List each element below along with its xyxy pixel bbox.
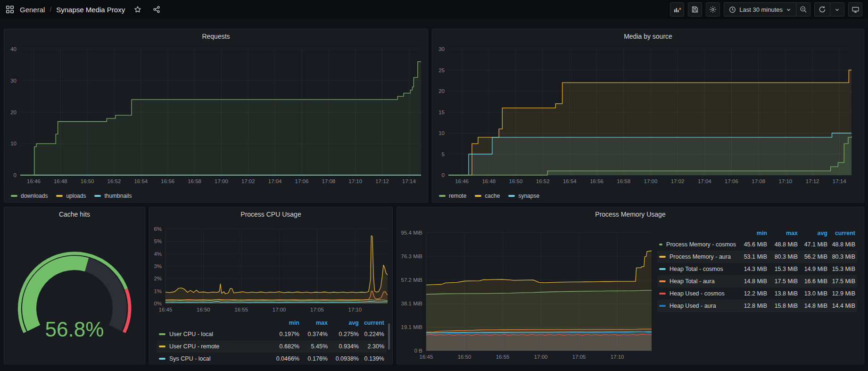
legend-row: Sys CPU - local0.0466%0.176%0.0938%0.139…	[157, 353, 386, 365]
stat-min: 45.6 MiB	[736, 241, 769, 248]
legend-table-header: minmaxavgcurrent	[657, 228, 857, 238]
stat-max: 15.3 MiB	[769, 266, 800, 272]
series-label: User CPU - local	[169, 331, 213, 337]
y-tick-label: 20	[10, 110, 17, 115]
legend-row: Process Memory - cosmos45.6 MiB48.8 MiB4…	[657, 238, 857, 251]
requests-chart[interactable]: 01020304016:4616:4816:5016:5216:5416:561…	[4, 43, 428, 188]
stat-current: 80.3 MiB	[829, 253, 857, 260]
series-toggle-Heap Total - aura[interactable]: Heap Total - aura	[657, 278, 736, 285]
dashboard-title[interactable]: Synapse Media Proxy	[56, 6, 125, 14]
x-tick-label: 16:48	[482, 178, 496, 184]
legend-sort-header-min[interactable]: min	[736, 230, 769, 236]
x-tick-label: 17:04	[698, 178, 711, 184]
y-tick-label: 5%	[154, 238, 162, 244]
media-by-source-chart[interactable]: 05101520253016:4616:4816:5016:5216:5416:…	[432, 43, 864, 188]
y-tick-label: 2%	[154, 276, 162, 281]
settings-button[interactable]	[706, 2, 720, 17]
series-toggle-User CPU - local[interactable]: User CPU - local	[157, 331, 268, 337]
save-dashboard-button[interactable]	[688, 2, 702, 17]
stat-max: 0.374%	[301, 331, 330, 337]
legend-item-thumbnails[interactable]: thumbnails	[94, 193, 132, 199]
chevron-down-icon	[835, 7, 840, 12]
legend-sort-header-current[interactable]: current	[829, 230, 857, 236]
x-tick-label: 17:04	[268, 178, 282, 184]
series-toggle-Heap Used - cosmos[interactable]: Heap Used - cosmos	[657, 290, 736, 297]
legend-item-cache[interactable]: cache	[475, 193, 500, 199]
y-tick-label: 76.3 MiB	[401, 253, 423, 259]
series-label: synapse	[518, 193, 539, 199]
media-legend: remotecachesynapse	[439, 193, 539, 199]
apps-grid-icon[interactable]	[6, 5, 14, 14]
zoom-out-time-button[interactable]	[796, 2, 810, 17]
stat-max: 80.3 MiB	[769, 253, 800, 260]
x-tick-label: 17:10	[348, 178, 362, 184]
legend-item-uploads[interactable]: uploads	[56, 193, 86, 199]
legend-item-remote[interactable]: remote	[439, 193, 466, 199]
x-tick-label: 16:54	[563, 178, 577, 184]
series-swatch	[659, 256, 666, 258]
stat-min: 14.8 MiB	[736, 278, 769, 285]
x-tick-label: 17:10	[778, 178, 792, 184]
series-toggle-Heap Total - cosmos[interactable]: Heap Total - cosmos	[657, 266, 736, 272]
series-toggle-Heap Used - aura[interactable]: Heap Used - aura	[657, 303, 736, 309]
legend-sort-header-current[interactable]: current	[361, 320, 386, 326]
panel-title[interactable]: Process CPU Usage	[149, 207, 392, 221]
series-label: remote	[449, 193, 466, 199]
series-toggle-Sys CPU - local[interactable]: Sys CPU - local	[157, 355, 268, 362]
navbar-actions: Last 30 minutes	[670, 2, 862, 17]
legend-sort-header-avg[interactable]: avg	[800, 230, 829, 236]
chevron-down-icon	[786, 7, 791, 12]
panel-process-memory: Process Memory Usage 0 B19.1 MiB38.1 MiB…	[397, 207, 864, 364]
legend-scrollbar[interactable]	[388, 323, 390, 350]
stat-avg: 13.0 MiB	[800, 290, 829, 297]
x-tick-label: 17:00	[534, 354, 548, 360]
x-tick-label: 16:46	[455, 178, 469, 184]
stat-max: 15.8 MiB	[769, 303, 800, 309]
x-tick-label: 17:12	[375, 178, 389, 184]
series-toggle-Process Memory - aura[interactable]: Process Memory - aura	[657, 253, 736, 260]
stat-max: 0.176%	[301, 355, 330, 362]
panel-requests: Requests 01020304016:4616:4816:5016:5216…	[4, 29, 428, 202]
x-tick-label: 17:10	[348, 307, 362, 312]
series-toggle-Process Memory - cosmos[interactable]: Process Memory - cosmos	[657, 241, 736, 248]
x-tick-label: 17:00	[644, 178, 658, 184]
legend-sort-header-max[interactable]: max	[769, 230, 800, 236]
breadcrumb-separator: /	[50, 6, 51, 13]
series-toggle-User CPU - remote[interactable]: User CPU - remote	[157, 343, 268, 350]
panel-title[interactable]: Requests	[4, 29, 428, 43]
process-cpu-chart[interactable]: 0%1%2%3%4%5%6%16:4516:5016:5517:0017:051…	[149, 222, 392, 317]
breadcrumb-section[interactable]: General	[20, 6, 45, 14]
y-tick-label: 0 B	[414, 348, 423, 354]
stat-current: 17.5 MiB	[829, 278, 857, 285]
panel-title[interactable]: Process Memory Usage	[397, 207, 864, 221]
x-tick-label: 16:55	[496, 354, 510, 360]
legend-row: Heap Used - aura12.8 MiB15.8 MiB14.8 MiB…	[657, 300, 857, 312]
stat-avg: 14.9 MiB	[800, 266, 829, 272]
x-tick-label: 16:52	[107, 178, 121, 184]
legend-item-synapse[interactable]: synapse	[508, 193, 539, 199]
panel-title[interactable]: Cache hits	[4, 207, 145, 221]
stat-min: 0.0466%	[268, 355, 301, 362]
legend-item-downloads[interactable]: downloads	[11, 193, 48, 199]
stat-current: 12.9 MiB	[829, 290, 857, 297]
star-icon[interactable]	[132, 3, 144, 16]
time-range-label: Last 30 minutes	[739, 6, 783, 13]
panel-title[interactable]: Media by source	[432, 29, 864, 43]
stat-min: 12.8 MiB	[736, 303, 769, 309]
legend-sort-header-min[interactable]: min	[268, 320, 301, 326]
y-tick-label: 30	[10, 78, 17, 84]
series-label: cache	[485, 193, 500, 199]
y-tick-label: 6%	[154, 226, 162, 232]
add-panel-button[interactable]	[670, 2, 684, 17]
cycle-view-mode-button[interactable]	[848, 2, 862, 17]
refresh-interval-dropdown[interactable]	[830, 2, 844, 17]
x-tick-label: 16:55	[234, 307, 248, 312]
refresh-button[interactable]	[814, 2, 830, 17]
share-icon[interactable]	[150, 3, 163, 16]
process-memory-chart[interactable]: 0 B19.1 MiB38.1 MiB57.2 MiB76.3 MiB95.4 …	[397, 222, 655, 364]
legend-sort-header-avg[interactable]: avg	[330, 320, 361, 326]
stat-min: 14.3 MiB	[736, 266, 769, 272]
legend-sort-header-max[interactable]: max	[301, 320, 330, 326]
series-swatch	[659, 268, 666, 270]
time-range-picker[interactable]: Last 30 minutes	[724, 2, 796, 17]
